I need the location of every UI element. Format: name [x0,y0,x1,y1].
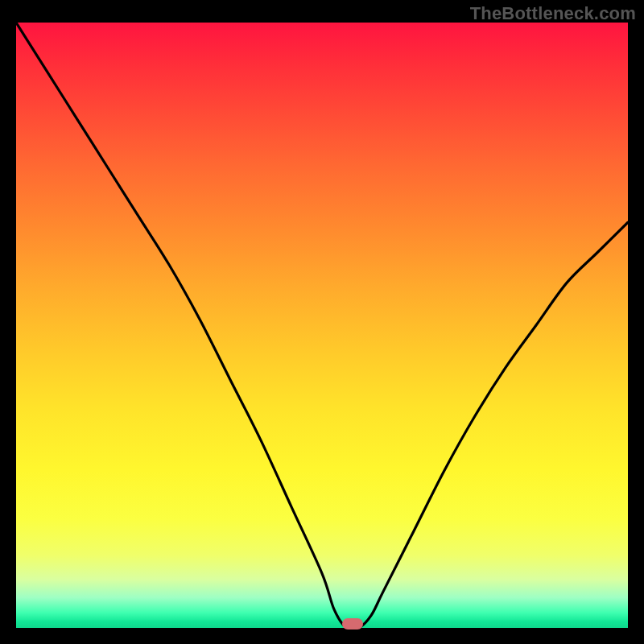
watermark-text: TheBottleneck.com [470,3,636,24]
bottleneck-curve [16,23,628,628]
curve-path [16,23,628,628]
optimal-point-marker [342,618,363,630]
plot-area [16,23,628,628]
chart-frame: TheBottleneck.com [0,0,644,644]
